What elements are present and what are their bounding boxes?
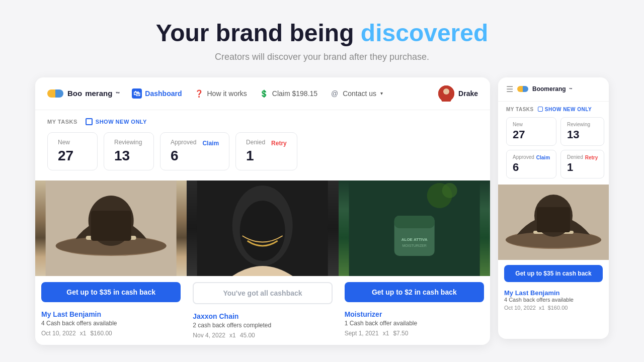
svg-rect-16 [394, 216, 434, 228]
svg-rect-8 [91, 211, 131, 241]
side-tasks-header: MY TASKS SHOW NEW ONLY [498, 102, 609, 117]
avatar [438, 85, 454, 102]
product-image-hat [35, 180, 187, 276]
side-checkbox-icon [538, 107, 543, 112]
side-stat-approved: Approved Claim 6 [506, 150, 556, 178]
product-meta-hat: Oct 10, 2022 x1 $160.00 [41, 330, 181, 337]
products-row: Get up to $35 in cash back My Last Benja… [35, 180, 490, 345]
side-product-image-hat [498, 185, 609, 260]
hero-title-highlight: discovered [361, 20, 488, 46]
question-circle-icon: ❓ [194, 88, 204, 99]
svg-point-11 [240, 201, 285, 261]
logo-tm: ™ [115, 91, 120, 96]
svg-point-1 [443, 88, 449, 95]
nav-dashboard[interactable]: 🛍 Dashboard [132, 88, 182, 99]
side-stat-reviewing: Reviewing 13 [560, 117, 604, 146]
product-info-chain: Jaxxon Chain 2 cash back offers complete… [187, 310, 338, 345]
tasks-header: MY TASKS SHOW NEW ONLY [47, 118, 478, 125]
tasks-label: MY TASKS [47, 119, 77, 125]
product-cta-hat[interactable]: Get up to $35 in cash back [41, 282, 181, 302]
side-product-name[interactable]: My Last Benjamin [504, 289, 603, 297]
hero-subtitle: Creators will discover your brand after … [156, 52, 489, 62]
logo: Boomerang™ [47, 89, 120, 98]
side-product-meta: Oct 10, 2022 x1 $160.00 [504, 305, 603, 311]
show-new-only-toggle[interactable]: SHOW NEW ONLY [86, 118, 147, 125]
checkbox-icon [86, 118, 93, 125]
claim-action[interactable]: Claim [202, 140, 219, 147]
stat-denied: Denied Retry 1 [235, 132, 297, 170]
side-product-cta[interactable]: Get up to $35 in cash back [504, 265, 603, 282]
side-stat-denied: Denied Retry 1 [560, 150, 604, 178]
side-panel: ☰ Boomerang™ MY TASKS SHOW NEW ONLY New … [498, 77, 609, 339]
product-meta-cream: Sept 1, 2021 x1 $7.50 [345, 330, 484, 337]
hero-section: Your brand being discovered Creators wil… [146, 0, 499, 77]
product-name-chain[interactable]: Jaxxon Chain [193, 312, 332, 320]
svg-point-14 [442, 183, 457, 198]
side-stat-new: New 27 [506, 117, 556, 146]
dashboard-card: Boomerang™ 🛍 Dashboard ❓ How it works 💲 … [35, 77, 490, 345]
side-product-info: My Last Benjamin 4 Cash back offers avai… [498, 287, 609, 315]
side-claim-action[interactable]: Claim [536, 155, 550, 160]
nav-claim[interactable]: 💲 Claim $198.15 [259, 88, 317, 99]
chevron-down-icon: ▾ [380, 90, 383, 96]
product-card-chain: You've got all cashback Jaxxon Chain 2 c… [187, 180, 338, 345]
product-info-cream: Moisturizer 1 Cash back offer available … [339, 308, 490, 343]
product-cta-cream[interactable]: Get up to $2 in cash back [345, 282, 484, 302]
main-content: Boomerang™ 🛍 Dashboard ❓ How it works 💲 … [25, 77, 619, 345]
side-logo-tm: ™ [569, 87, 573, 91]
side-logo: Boomerang™ [517, 85, 573, 93]
nav-how-it-works[interactable]: ❓ How it works [194, 88, 247, 99]
stats-row: New 27 Reviewing 13 Approved Claim 6 [47, 132, 478, 170]
nav-user[interactable]: Drake [438, 85, 478, 102]
side-retry-action[interactable]: Retry [585, 155, 598, 160]
side-stats-grid: New 27 Reviewing 13 Approved Claim 6 Den… [498, 117, 609, 185]
tasks-section: MY TASKS SHOW NEW ONLY New 27 Reviewing … [35, 110, 490, 170]
retry-action[interactable]: Retry [271, 140, 287, 147]
product-cta-chain: You've got all cashback [193, 282, 332, 304]
stat-reviewing: Reviewing 13 [104, 132, 154, 170]
logo-pill-icon [47, 89, 63, 98]
hamburger-icon[interactable]: ☰ [506, 84, 513, 94]
at-sign-icon: @ [330, 88, 340, 99]
svg-text:ALOE ATTIVA: ALOE ATTIVA [401, 237, 427, 242]
product-info-hat: My Last Benjamin 4 Cash back offers avai… [35, 308, 187, 343]
svg-rect-24 [537, 207, 570, 232]
product-name-cream[interactable]: Moisturizer [345, 310, 484, 318]
hero-title: Your brand being discovered [156, 20, 489, 47]
nav-contact[interactable]: @ Contact us ▾ [330, 88, 383, 99]
side-nav: ☰ Boomerang™ [498, 77, 609, 102]
product-offers-hat: 4 Cash back offers available [41, 320, 181, 327]
svg-text:MOISTURIZER: MOISTURIZER [402, 244, 426, 247]
side-show-new-toggle[interactable]: SHOW NEW ONLY [538, 107, 592, 112]
nav-bar: Boomerang™ 🛍 Dashboard ❓ How it works 💲 … [35, 77, 490, 110]
side-product-offers: 4 Cash back offers available [504, 297, 603, 303]
product-card-hat: Get up to $35 in cash back My Last Benja… [35, 180, 187, 345]
product-image-chain [187, 180, 338, 276]
shopping-bag-icon: 🛍 [132, 88, 142, 99]
product-image-cream: ALOE ATTIVA MOISTURIZER [339, 180, 490, 276]
side-logo-pill-icon [517, 86, 528, 92]
product-offers-chain: 2 cash back offers completed [193, 322, 332, 329]
product-meta-chain: Nov 4, 2022 x1 45.00 [193, 332, 332, 339]
product-offers-cream: 1 Cash back offer available [345, 320, 484, 327]
dollar-circle-icon: 💲 [259, 88, 269, 99]
stat-approved: Approved Claim 6 [160, 132, 229, 170]
product-name-hat[interactable]: My Last Benjamin [41, 310, 181, 318]
side-tasks-label: MY TASKS [506, 107, 534, 112]
hero-title-plain: Your brand being [156, 20, 361, 46]
side-logo-text: Boomerang [532, 85, 566, 93]
product-card-cream: ALOE ATTIVA MOISTURIZER Get up to $2 in … [339, 180, 490, 345]
stat-new: New 27 [47, 132, 98, 170]
